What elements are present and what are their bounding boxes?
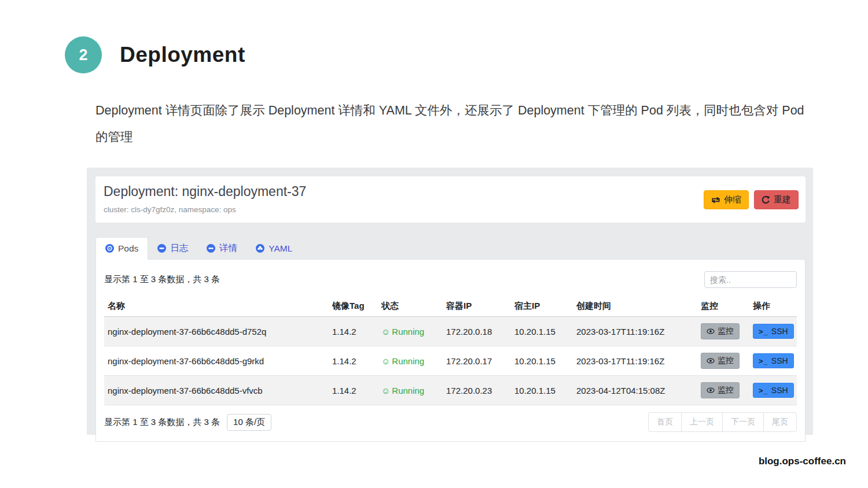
- col-name: 名称: [104, 296, 329, 317]
- smiley-icon: ☺: [381, 327, 390, 337]
- pod-name: nginx-deployment-37-66b6c48dd5-g9rkd: [104, 346, 329, 376]
- pod-host-ip: 10.20.1.15: [511, 346, 573, 376]
- pods-table: 名称 镜像Tag 状态 容器IP 宿主IP 创建时间 监控 操作 nginx-d: [104, 296, 797, 405]
- eye-icon: [707, 357, 715, 364]
- tab-pods-label: Pods: [118, 243, 138, 254]
- terminal-icon: >_: [759, 386, 768, 395]
- col-image-tag: 镜像Tag: [329, 296, 378, 317]
- section-number: 2: [79, 46, 87, 64]
- page: 2 Deployment Deployment 详情页面除了展示 Deploym…: [0, 0, 868, 488]
- table-row: nginx-deployment-37-66b6c48dd5-d752q 1.1…: [104, 317, 797, 346]
- table-toolbar: 显示第 1 至 3 条数据，共 3 条: [104, 271, 797, 288]
- pagination-last[interactable]: 尾页: [763, 412, 797, 432]
- table-header-row: 名称 镜像Tag 状态 容器IP 宿主IP 创建时间 监控 操作: [104, 296, 797, 317]
- pagination-next[interactable]: 下一页: [722, 412, 764, 432]
- col-status: 状态: [378, 296, 443, 317]
- col-monitor: 监控: [697, 296, 749, 317]
- section-number-badge: 2: [65, 36, 102, 73]
- smiley-icon: ☺: [381, 356, 390, 366]
- col-actions: 操作: [749, 296, 797, 317]
- tab-yaml[interactable]: YAML: [247, 237, 301, 260]
- tab-yaml-label: YAML: [269, 243, 292, 254]
- search-input[interactable]: [704, 271, 797, 288]
- pod-image-tag: 1.14.2: [329, 376, 378, 405]
- monitor-button-label: 监控: [718, 356, 734, 366]
- table-row: nginx-deployment-37-66b6c48dd5-g9rkd 1.1…: [104, 346, 797, 376]
- deployment-panel: Deployment: nginx-deployment-37 cluster:…: [87, 168, 813, 435]
- details-icon: [207, 244, 215, 253]
- monitor-button-label: 监控: [718, 385, 734, 395]
- deployment-header-card: Deployment: nginx-deployment-37 cluster:…: [95, 176, 806, 223]
- refresh-icon: [762, 195, 770, 204]
- pod-status-label: Running: [392, 356, 424, 366]
- table-info-top: 显示第 1 至 3 条数据，共 3 条: [104, 274, 220, 285]
- pod-created-at: 2023-03-17T11:19:16Z: [573, 317, 697, 346]
- tab-details[interactable]: 详情: [197, 237, 247, 260]
- scale-button[interactable]: 伸缩: [704, 190, 749, 209]
- yaml-icon: [256, 244, 264, 253]
- pod-host-ip: 10.20.1.15: [511, 376, 573, 405]
- pagination: 首页 上一页 下一页 尾页: [648, 412, 797, 432]
- table-footer: 显示第 1 至 3 条数据，共 3 条 10 条/页 首页 上一页 下一页 尾页: [104, 412, 797, 432]
- site-watermark: blog.ops-coffee.cn: [759, 456, 846, 467]
- pod-name: nginx-deployment-37-66b6c48dd5-d752q: [104, 317, 329, 346]
- pagination-first[interactable]: 首页: [648, 412, 682, 432]
- ssh-button-label: SSH: [771, 386, 788, 395]
- ssh-button[interactable]: >_ SSH: [753, 383, 794, 398]
- terminal-icon: >_: [759, 357, 768, 365]
- monitor-button[interactable]: 监控: [701, 382, 740, 398]
- pod-container-ip: 172.20.0.23: [443, 376, 511, 405]
- pod-status-label: Running: [392, 327, 424, 337]
- pod-container-ip: 172.20.0.17: [443, 346, 511, 376]
- col-host-ip: 宿主IP: [511, 296, 573, 317]
- pod-host-ip: 10.20.1.15: [511, 317, 573, 346]
- page-size-select[interactable]: 10 条/页: [227, 414, 271, 431]
- pod-status-label: Running: [392, 386, 424, 395]
- header-actions: 伸缩 重建: [704, 190, 799, 209]
- table-row: nginx-deployment-37-66b6c48dd5-vfvcb 1.1…: [104, 376, 797, 405]
- pagination-prev[interactable]: 上一页: [681, 412, 723, 432]
- monitor-button-label: 监控: [718, 326, 734, 337]
- col-created: 创建时间: [573, 296, 697, 317]
- deployment-title: Deployment: nginx-deployment-37: [104, 184, 306, 199]
- eye-icon: [707, 328, 715, 335]
- tab-logs-label: 日志: [170, 242, 188, 254]
- pod-created-at: 2023-04-12T04:15:08Z: [573, 376, 697, 405]
- ssh-button[interactable]: >_ SSH: [753, 324, 794, 339]
- rebuild-button[interactable]: 重建: [754, 190, 799, 209]
- rebuild-button-label: 重建: [774, 194, 791, 205]
- monitor-button[interactable]: 监控: [701, 323, 740, 339]
- pod-name: nginx-deployment-37-66b6c48dd5-vfvcb: [104, 376, 329, 405]
- ssh-button[interactable]: >_ SSH: [753, 353, 794, 368]
- eye-icon: [707, 387, 715, 394]
- pods-tab-content: 显示第 1 至 3 条数据，共 3 条 名称 镜像Tag 状态: [95, 260, 806, 442]
- ssh-button-label: SSH: [771, 356, 788, 365]
- table-info-bottom: 显示第 1 至 3 条数据，共 3 条: [104, 417, 220, 428]
- deployment-subtitle: cluster: cls-dy7gfz0z, namespace: ops: [104, 205, 236, 214]
- page-title: Deployment: [120, 43, 245, 67]
- pod-created-at: 2023-03-17T11:19:16Z: [573, 346, 697, 376]
- terminal-icon: >_: [759, 327, 768, 336]
- tab-logs[interactable]: 日志: [148, 237, 197, 260]
- logs-icon: [157, 244, 166, 253]
- pod-status: ☺Running: [378, 376, 443, 405]
- pods-icon: [105, 244, 114, 253]
- monitor-button[interactable]: 监控: [701, 353, 740, 369]
- scale-button-label: 伸缩: [724, 194, 741, 205]
- tab-pods[interactable]: Pods: [95, 237, 148, 260]
- tabs-card: Pods 日志: [95, 237, 806, 442]
- tab-bar: Pods 日志: [95, 237, 806, 260]
- ssh-button-label: SSH: [771, 327, 788, 336]
- smiley-icon: ☺: [381, 386, 390, 395]
- pod-image-tag: 1.14.2: [329, 346, 378, 376]
- retweet-icon: [711, 196, 720, 204]
- col-container-ip: 容器IP: [443, 296, 511, 317]
- pod-image-tag: 1.14.2: [329, 317, 378, 346]
- pod-container-ip: 172.20.0.18: [443, 317, 511, 346]
- section-description: Deployment 详情页面除了展示 Deployment 详情和 YAML …: [95, 97, 813, 150]
- pod-status: ☺Running: [378, 346, 443, 376]
- pod-status: ☺Running: [378, 317, 443, 346]
- tab-details-label: 详情: [219, 242, 237, 254]
